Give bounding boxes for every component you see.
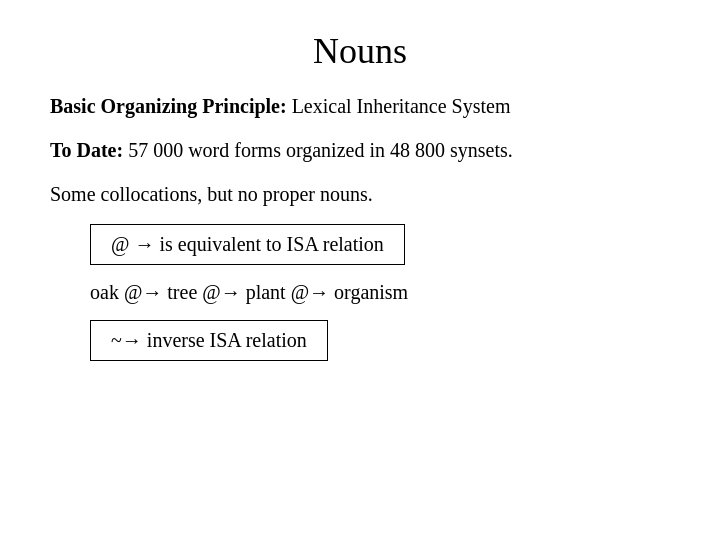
collocations-line: Some collocations, but no proper nouns.: [50, 180, 373, 208]
basic-principle-text: Lexical Inheritance System: [287, 95, 511, 117]
to-date-text: 57 000 word forms organized in 48 800 sy…: [123, 139, 513, 161]
to-date-label: To Date:: [50, 139, 123, 161]
basic-principle-label: Basic Organizing Principle:: [50, 95, 287, 117]
basic-principle-line: Basic Organizing Principle: Lexical Inhe…: [50, 92, 510, 120]
inverse-isa-box: ~→ inverse ISA relation: [90, 320, 328, 361]
collocations-text: Some collocations, but no proper nouns.: [50, 183, 373, 205]
isa-relation-box: @ → is equivalent to ISA relation: [90, 224, 405, 265]
page-title: Nouns: [50, 30, 670, 72]
to-date-line: To Date: 57 000 word forms organized in …: [50, 136, 513, 164]
oak-tree-line: oak @→ tree @→ plant @→ organism: [90, 281, 408, 304]
